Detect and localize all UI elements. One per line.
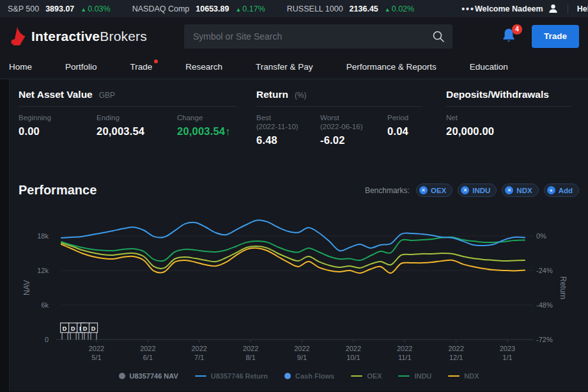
section-title: Return [256,89,288,100]
svg-text:18k: 18k [37,232,49,240]
ticker-change: ▲0.03% [81,4,110,13]
svg-text:7/1: 7/1 [194,354,204,361]
benchmarks-bar: Benchmarks: ✕ OEX ✕ INDU ✕ NDX ＋ Add [365,184,579,197]
svg-text:0: 0 [45,336,49,343]
welcome-user-menu[interactable]: Welcome Nadeem [475,3,559,14]
nav-item-education[interactable]: Education [470,62,508,72]
svg-text:2022: 2022 [448,345,463,352]
remove-icon[interactable]: ✕ [505,186,513,194]
stat-best-return: Best (2022-11-10) 6.48 [256,113,320,146]
net-asset-value-section: Net Asset Value GBP Beginning 0.00 Endin… [19,89,237,146]
main-content: Net Asset Value GBP Beginning 0.00 Endin… [9,79,588,391]
section-unit: (%) [295,91,307,100]
svg-text:-48%: -48% [536,301,553,309]
notifications-button[interactable]: 4 [501,27,518,45]
section-unit: GBP [99,91,115,100]
section-title: Deposits/Withdrawals [446,89,549,100]
chart-legend: U8357746 NAV U8357746 Return Cash Flows … [10,372,588,380]
legend-item-indu[interactable]: INDU [398,372,431,380]
main-nav: Home Portfolio Trade Research Transfer &… [0,55,588,79]
help-button[interactable]: Help ? [577,4,588,14]
legend-dot-icon [284,373,291,379]
stat-change: Change 20,003.54↑ [177,113,231,137]
ticker-change: ▲0.02% [385,4,414,13]
up-arrow-icon: ▲ [235,6,241,13]
benchmark-pill-oex[interactable]: ✕ OEX [416,184,453,197]
svg-text:2022: 2022 [294,345,309,352]
svg-text:2022: 2022 [192,345,207,352]
svg-text:Return: Return [559,276,568,299]
ticker-change: ▲0.17% [235,4,265,13]
svg-text:1/1: 1/1 [502,354,512,361]
svg-text:11/1: 11/1 [398,354,412,361]
divider [568,4,568,13]
ticker-value: 3893.07 [45,4,74,13]
svg-text:10/1: 10/1 [346,354,360,361]
search-icon[interactable] [432,30,445,43]
brand-logo[interactable]: InteractiveBrokers [9,26,147,46]
nav-item-trade[interactable]: Trade [130,62,153,72]
performance-chart[interactable]: 18k12k6k0NAV0%-24%-48%-72%Return20225/12… [10,203,588,368]
trade-button[interactable]: Trade [532,25,579,48]
remove-icon[interactable]: ✕ [461,186,469,194]
up-arrow-icon: ▲ [385,6,391,13]
legend-item-cash-flows[interactable]: Cash Flows [284,372,334,380]
ticker-name: RUSSELL 1000 [287,4,343,13]
legend-item-return[interactable]: U8357746 Return [195,372,268,380]
performance-header: Performance Benchmarks: ✕ OEX ✕ INDU ✕ N… [10,146,588,198]
nav-item-research[interactable]: Research [185,62,222,72]
nav-item-home[interactable]: Home [9,62,32,72]
svg-text:12/1: 12/1 [449,354,463,361]
ticker-value: 10653.89 [196,4,229,13]
svg-text:2022: 2022 [346,345,361,352]
user-icon [548,3,559,14]
account-summary: Net Asset Value GBP Beginning 0.00 Endin… [10,79,588,146]
legend-item-nav[interactable]: U8357746 NAV [119,372,178,380]
svg-text:2022: 2022 [397,345,412,352]
legend-line-icon [398,375,410,377]
svg-text:NAV: NAV [22,280,31,295]
nav-item-portfolio[interactable]: Portfolio [65,62,97,72]
ticker-name: NASDAQ Comp [132,4,190,13]
svg-text:D: D [83,325,88,332]
performance-title: Performance [19,183,97,198]
ticker-russell[interactable]: RUSSELL 1000 2136.45 ▲0.02% [287,4,414,13]
svg-text:D: D [71,325,75,332]
nav-item-performance-reports[interactable]: Performance & Reports [346,62,437,72]
nav-item-transfer-pay[interactable]: Transfer & Pay [256,62,313,72]
benchmark-pill-indu[interactable]: ✕ INDU [458,184,497,197]
legend-item-ndx[interactable]: NDX [448,372,479,380]
svg-text:-24%: -24% [536,267,553,274]
help-label: Help [577,4,588,13]
remove-icon[interactable]: ✕ [419,186,428,194]
deposits-withdrawals-section: Deposits/Withdrawals Net 20,000.00 [446,89,571,146]
performance-chart-svg: 18k12k6k0NAV0%-24%-48%-72%Return20225/12… [10,203,588,368]
stat-beginning: Beginning 0.00 [19,113,97,137]
svg-text:2023: 2023 [500,345,515,352]
add-icon[interactable]: ＋ [547,186,555,194]
ticker-more-button[interactable]: ••• [461,4,475,14]
up-arrow-icon: ▲ [81,6,86,13]
notification-count-badge: 4 [512,24,522,35]
ticker-sp500[interactable]: S&P 500 3893.07 ▲0.03% [8,4,111,13]
search-input[interactable] [184,31,453,42]
legend-line-icon [448,375,460,377]
svg-text:0%: 0% [536,232,546,240]
svg-text:6k: 6k [41,301,49,309]
stat-net-deposits: Net 20,000.00 [446,113,494,137]
svg-text:6/1: 6/1 [143,354,153,361]
ticker-name: S&P 500 [8,4,39,13]
search-box[interactable] [184,24,453,49]
ticker-nasdaq[interactable]: NASDAQ Comp 10653.89 ▲0.17% [132,4,265,13]
svg-text:2022: 2022 [140,345,155,352]
benchmark-add-button[interactable]: ＋ Add [544,184,579,197]
legend-item-oex[interactable]: OEX [351,372,382,380]
benchmarks-label: Benchmarks: [365,186,410,195]
benchmark-pill-ndx[interactable]: ✕ NDX [502,184,538,197]
svg-text:12k: 12k [37,267,49,274]
svg-text:D: D [63,325,67,332]
app-header: InteractiveBrokers 4 Trade [0,17,588,55]
section-title: Net Asset Value [19,89,93,100]
trade-alert-dot [154,59,158,63]
return-section: Return (%) Best (2022-11-10) 6.48 Worst … [256,89,422,146]
